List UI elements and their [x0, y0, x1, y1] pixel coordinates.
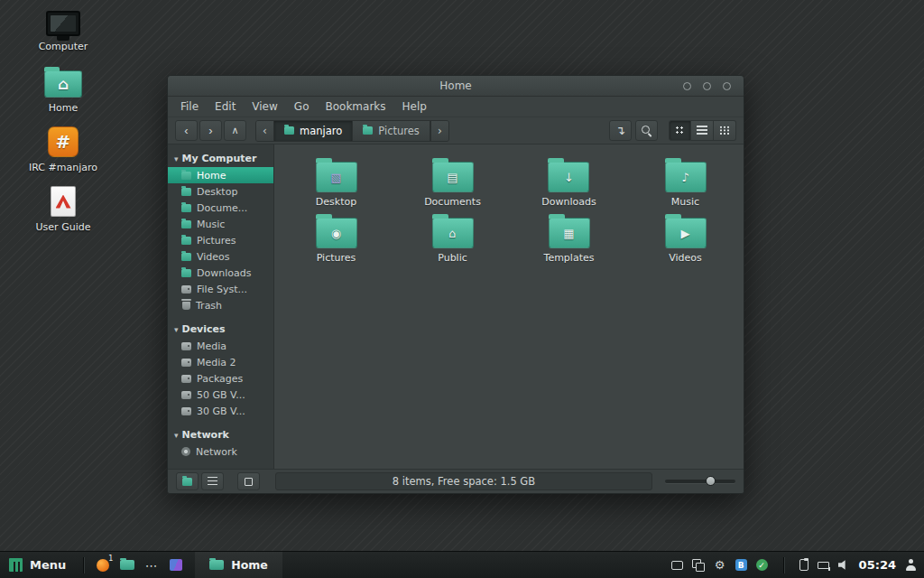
launcher-browser[interactable]: 1	[90, 552, 115, 578]
zoom-slider[interactable]	[665, 480, 735, 483]
sidebar-section-header[interactable]: ▾ My Computer	[168, 148, 273, 167]
breadcrumb-pictures[interactable]: Pictures	[353, 121, 430, 141]
launcher-file-manager[interactable]	[115, 552, 139, 578]
folder-icon: ▧	[316, 162, 357, 192]
file-public[interactable]: ⌂ Public	[432, 213, 474, 269]
menu-bookmarks[interactable]: Bookmarks	[318, 98, 393, 115]
window-body: ▾ My Computer Home Desktop Docume... Mus…	[168, 144, 744, 469]
manjaro-menu-icon	[9, 558, 23, 572]
workspace-switcher[interactable]	[163, 552, 188, 578]
file-music[interactable]: ♪ Music	[665, 157, 707, 213]
folder-icon	[120, 560, 134, 570]
sidebar-item-icon	[181, 204, 191, 212]
breadcrumb-prev-button[interactable]: ‹	[256, 121, 274, 141]
battery-icon[interactable]	[818, 562, 829, 569]
file-templates[interactable]: ▦ Templates	[544, 213, 595, 269]
breadcrumb-manjaro[interactable]: manjaro	[274, 121, 353, 141]
system-tray: ⚙ B ✓	[671, 557, 854, 573]
sidebar-item-icon	[181, 359, 191, 367]
menu-view[interactable]: View	[245, 98, 284, 115]
edit-location-button[interactable]: ↴	[609, 120, 632, 141]
sidebar-item-music[interactable]: Music	[168, 216, 273, 232]
window-controls	[683, 82, 744, 90]
folder-emblem-icon: ▧	[330, 172, 341, 183]
maximize-button[interactable]	[703, 82, 711, 90]
file-videos[interactable]: ▶ Videos	[665, 213, 707, 269]
forward-button[interactable]: ›	[199, 120, 222, 141]
sidebar-section-my-computer: ▾ My Computer Home Desktop Docume... Mus…	[168, 148, 273, 313]
user-icon[interactable]	[905, 559, 917, 571]
clipboard-icon[interactable]	[799, 559, 808, 571]
toggle-places-button[interactable]	[176, 472, 199, 490]
close-button[interactable]	[723, 82, 731, 90]
menu-go[interactable]: Go	[287, 98, 317, 115]
sidebar-item-50-gb-v[interactable]: 50 GB V...	[168, 387, 273, 403]
file-pictures[interactable]: ◉ Pictures	[316, 213, 357, 269]
search-button[interactable]	[635, 120, 658, 141]
taskbar-window-home[interactable]: Home	[195, 552, 282, 578]
folder-emblem-icon: ♪	[681, 172, 688, 183]
file-desktop[interactable]: ▧ Desktop	[316, 157, 357, 213]
list-view-icon	[697, 126, 707, 135]
sidebar-item-downloads[interactable]: Downloads	[168, 265, 273, 281]
up-button[interactable]: ∧	[224, 120, 246, 141]
titlebar[interactable]: Home	[168, 76, 744, 97]
settings-gear-icon[interactable]: ⚙	[714, 559, 726, 572]
updates-icon[interactable]: ✓	[756, 559, 768, 571]
file-label: Downloads	[541, 196, 596, 208]
panel-overflow-button[interactable]: ⋯	[139, 552, 163, 578]
desktop-icon-home[interactable]: ⌂ Home	[20, 65, 106, 114]
folder-icon	[284, 126, 294, 135]
sidebar-item-videos[interactable]: Videos	[168, 248, 273, 265]
expander-icon: ▾	[174, 325, 179, 334]
sidebar-item-30-gb-v[interactable]: 30 GB V...	[168, 403, 273, 419]
menu-help[interactable]: Help	[395, 98, 434, 115]
toggle-treeview-button[interactable]	[201, 472, 224, 490]
desktop-icon-computer[interactable]: Computer	[20, 11, 106, 52]
sidebar-section-network: ▾ Network Network	[168, 424, 273, 460]
desktop-icon-user-guide[interactable]: User Guide	[20, 186, 106, 233]
file-downloads[interactable]: ↓ Downloads	[541, 157, 596, 213]
zoom-knob[interactable]	[706, 476, 716, 486]
sidebar-item-media[interactable]: Media	[168, 338, 273, 354]
sidebar-item-docume[interactable]: Docume...	[168, 200, 273, 216]
minimize-button[interactable]	[683, 82, 691, 90]
menu-edit[interactable]: Edit	[208, 98, 243, 115]
list-view-button[interactable]	[691, 120, 714, 141]
sidebar-item-pictures[interactable]: Pictures	[168, 232, 273, 248]
file-grid: ▧ Desktop ▤ Documents ↓ Downloads ♪ Musi…	[274, 144, 744, 469]
sidebar-item-network[interactable]: Network	[168, 443, 273, 460]
file-manager-window: Home FileEditViewGoBookmarksHelp ‹ › ∧ ‹…	[167, 75, 744, 494]
back-button[interactable]: ‹	[175, 120, 198, 141]
treeview-icon	[208, 477, 217, 486]
sidebar-item-icon	[181, 237, 191, 245]
volume-icon[interactable]	[838, 560, 850, 571]
window-list-icon[interactable]	[692, 559, 705, 572]
clock[interactable]: 05:24	[859, 558, 896, 572]
sidebar-item-desktop[interactable]: Desktop	[168, 183, 273, 200]
breadcrumb-next-button[interactable]: ›	[430, 121, 448, 141]
sidebar-item-icon	[181, 391, 191, 399]
icon-view-button[interactable]	[669, 120, 691, 141]
display-icon[interactable]	[671, 561, 683, 570]
sidebar-item-file-syst[interactable]: File Syst...	[168, 281, 273, 297]
sidebar-item-icon	[181, 220, 191, 228]
compact-view-button[interactable]	[714, 120, 736, 141]
compact-view-icon	[719, 126, 730, 135]
sidebar-section-header[interactable]: ▾ Network	[168, 424, 273, 443]
desktop-icon-irc-manjaro[interactable]: # IRC #manjaro	[20, 126, 106, 173]
sidebar-item-icon	[181, 375, 191, 383]
expand-pane-button[interactable]	[237, 472, 260, 490]
zoom-track[interactable]	[665, 480, 735, 483]
file-documents[interactable]: ▤ Documents	[424, 157, 481, 213]
bluetooth-icon[interactable]: B	[735, 559, 747, 571]
sidebar-item-media-2[interactable]: Media 2	[168, 354, 273, 370]
sidebar-item-packages[interactable]: Packages	[168, 370, 273, 387]
menu-button[interactable]: Menu	[0, 552, 77, 578]
sidebar-item-icon	[181, 342, 191, 350]
sidebar-item-home[interactable]: Home	[168, 167, 273, 183]
sidebar-item-trash[interactable]: Trash	[168, 297, 273, 313]
sidebar-item-icon	[181, 188, 191, 196]
menu-file[interactable]: File	[173, 98, 206, 115]
sidebar-section-header[interactable]: ▾ Devices	[168, 319, 273, 338]
